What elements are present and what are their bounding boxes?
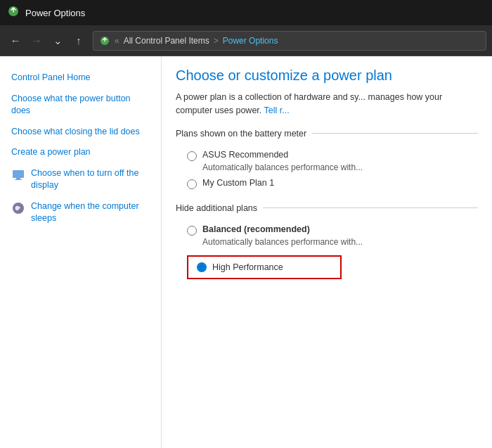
plans-battery-meter: ASUS Recommended Automatically balances … <box>176 146 478 195</box>
section-battery-meter-line <box>312 133 478 134</box>
address-sep: > <box>214 36 219 46</box>
address-path2: Power Options <box>223 36 278 46</box>
plan-balanced-row: Balanced (recommended) <box>187 224 478 236</box>
plan-asus-row: ASUS Recommended <box>187 150 478 161</box>
sidebar-item-sleeps-label: Change when the computer sleeps <box>31 200 150 225</box>
plans-additional: Balanced (recommended) Automatically bal… <box>176 220 478 283</box>
title-bar-icon <box>7 5 20 20</box>
svg-rect-3 <box>16 178 20 179</box>
address-bar[interactable]: « All Control Panel Items > Power Option… <box>93 31 486 51</box>
sidebar: Control Panel Home Choose what the power… <box>0 56 162 448</box>
dropdown-button[interactable]: ⌄ <box>48 31 67 51</box>
forward-button[interactable]: → <box>27 31 46 51</box>
plan-custom-radio[interactable] <box>187 179 197 189</box>
address-prefix: « <box>115 36 119 46</box>
up-button[interactable]: ↑ <box>69 31 89 51</box>
plan-high-perf-label: High Performance <box>212 262 283 272</box>
plan-balanced-label: Balanced (recommended) <box>202 224 310 234</box>
back-button[interactable]: ← <box>6 31 25 51</box>
main-container: Control Panel Home Choose what the power… <box>0 56 492 448</box>
sidebar-item-turn-off-label: Choose when to turn off the display <box>31 167 150 192</box>
plan-asus-radio[interactable] <box>187 151 197 161</box>
plan-high-perf-box[interactable]: High Performance <box>187 255 342 279</box>
section-additional-line <box>263 207 478 208</box>
plan-balanced-sub: Automatically balances performance with.… <box>202 237 478 247</box>
page-description: A power plan is a collection of hardware… <box>176 91 478 117</box>
description-text: A power plan is a collection of hardware… <box>176 92 442 115</box>
tell-more-link[interactable]: Tell r... <box>264 105 290 115</box>
plan-custom-label: My Custom Plan 1 <box>202 178 274 188</box>
sidebar-item-closing-lid[interactable]: Choose what closing the lid does <box>0 122 161 143</box>
sidebar-item-sleeps[interactable]: Change when the computer sleeps <box>0 196 161 229</box>
sidebar-item-create-plan[interactable]: Create a power plan <box>0 142 161 163</box>
title-bar-title: Power Options <box>25 8 85 18</box>
sidebar-item-control-panel-home[interactable]: Control Panel Home <box>0 68 161 89</box>
plan-custom-row: My Custom Plan 1 <box>187 178 478 189</box>
svg-rect-4 <box>15 179 22 180</box>
nav-bar: ← → ⌄ ↑ « All Control Panel Items > Powe… <box>0 25 492 56</box>
sidebar-item-turn-off-display[interactable]: Choose when to turn off the display <box>0 163 161 196</box>
section-additional-label: Hide additional plans <box>176 203 257 213</box>
content-area: Choose or customize a power plan A power… <box>162 56 492 448</box>
page-title: Choose or customize a power plan <box>176 68 478 84</box>
plan-high-perf-radio-indicator <box>197 262 207 272</box>
plan-asus-sub: Automatically balances performance with.… <box>202 162 478 172</box>
plan-asus-label: ASUS Recommended <box>202 150 288 160</box>
plan-balanced-radio[interactable] <box>187 226 197 236</box>
section-battery-meter-label: Plans shown on the battery meter <box>176 129 306 139</box>
section-additional-header: Hide additional plans <box>176 203 478 213</box>
section-battery-meter-header: Plans shown on the battery meter <box>176 129 478 139</box>
svg-rect-2 <box>13 170 24 178</box>
sidebar-item-power-button[interactable]: Choose what the power button does <box>0 89 161 122</box>
title-bar: Power Options <box>0 0 492 25</box>
address-path1: All Control Panel Items <box>124 36 209 46</box>
